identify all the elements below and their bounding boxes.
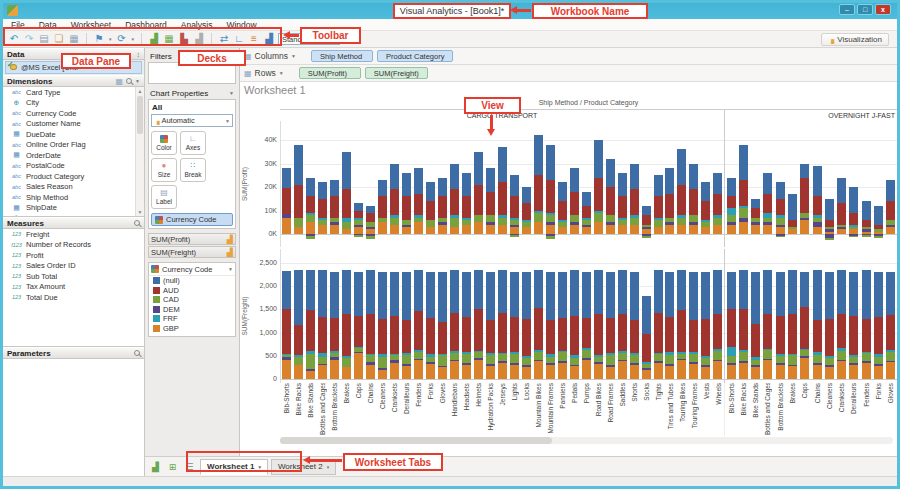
parameters-header[interactable]: Parameters [3, 347, 144, 359]
bar[interactable] [652, 121, 664, 247]
bar[interactable] [664, 121, 676, 247]
mark-type-select[interactable]: ▗ Automatic ▼ [151, 114, 233, 127]
bar[interactable] [676, 249, 688, 383]
axes-button[interactable]: ∟Axes [180, 131, 206, 155]
legend-entry[interactable]: (null) [149, 276, 235, 286]
bar[interactable] [860, 121, 872, 247]
chart-properties-header[interactable]: Chart Properties ▼ [148, 87, 236, 99]
bar[interactable] [712, 121, 724, 247]
bar[interactable] [592, 249, 604, 383]
bar[interactable] [556, 249, 568, 383]
bar[interactable] [836, 121, 848, 247]
minimize-button[interactable]: – [839, 4, 855, 15]
chevron-down-icon[interactable]: ▼ [279, 70, 284, 76]
maximize-button[interactable]: □ [857, 4, 873, 15]
bar[interactable] [799, 249, 811, 383]
search-icon[interactable] [126, 78, 132, 84]
bar[interactable] [508, 121, 520, 247]
legend-entry[interactable]: DEM [149, 305, 235, 315]
pin-icon[interactable]: ↕ [137, 51, 141, 58]
scroll-up-icon[interactable]: ▲ [136, 88, 144, 94]
scroll-down-icon[interactable]: ▼ [136, 209, 144, 215]
bar[interactable] [848, 249, 860, 383]
table-icon[interactable]: ▦ [115, 77, 123, 86]
bar[interactable] [737, 249, 749, 383]
bar[interactable] [425, 121, 437, 247]
bar[interactable] [786, 249, 798, 383]
bar[interactable] [750, 249, 762, 383]
bar[interactable] [556, 121, 568, 247]
chevron-down-icon[interactable]: ▼ [291, 53, 296, 59]
bar[interactable] [823, 249, 835, 383]
bar[interactable] [461, 121, 473, 247]
bar[interactable] [496, 121, 508, 247]
bar[interactable] [750, 121, 762, 247]
dimension-field[interactable]: abcCurrency Code [3, 108, 144, 119]
bar[interactable] [413, 249, 425, 383]
bar[interactable] [425, 249, 437, 383]
bar[interactable] [293, 249, 305, 383]
measure-field[interactable]: 123Sales Order ID [3, 261, 144, 272]
bar[interactable] [700, 249, 712, 383]
bar[interactable] [676, 121, 688, 247]
dimension-field[interactable]: abcProduct Category [3, 171, 144, 182]
bar[interactable] [401, 249, 413, 383]
bar[interactable] [401, 121, 413, 247]
measure-field[interactable]: 123Profit [3, 250, 144, 261]
bar[interactable] [377, 249, 389, 383]
bar[interactable] [413, 121, 425, 247]
bar[interactable] [652, 249, 664, 383]
columns-pill[interactable]: Ship Method [311, 50, 373, 62]
bar[interactable] [604, 249, 616, 383]
bar[interactable] [616, 249, 628, 383]
bar[interactable] [664, 249, 676, 383]
bar[interactable] [353, 121, 365, 247]
new-dashboard-icon[interactable]: ⊞ [166, 462, 179, 472]
bar[interactable] [774, 121, 786, 247]
bar[interactable] [317, 249, 329, 383]
dimension-field[interactable]: ▦OrderDate [3, 150, 144, 161]
rows-shelf[interactable]: ▦ Rows ▼ SUM(Profit)SUM(Freight) [240, 65, 897, 82]
bar[interactable] [604, 121, 616, 247]
bar[interactable] [885, 249, 897, 383]
bar[interactable] [811, 249, 823, 383]
bar[interactable] [317, 121, 329, 247]
measures-header[interactable]: Measures [3, 217, 144, 229]
bar[interactable] [281, 121, 293, 247]
rows-pill[interactable]: SUM(Profit) [299, 67, 361, 79]
bar[interactable] [568, 249, 580, 383]
rows-pill[interactable]: SUM(Freight) [365, 67, 428, 79]
legend-header[interactable]: Currency Code ▼ [149, 263, 235, 276]
chevron-down-icon[interactable]: ▼ [228, 266, 233, 272]
bar[interactable] [532, 249, 544, 383]
measure-field[interactable]: 123Sub Total [3, 271, 144, 282]
bar[interactable] [616, 121, 628, 247]
bar[interactable] [725, 121, 737, 247]
bar[interactable] [508, 249, 520, 383]
bar[interactable] [640, 249, 652, 383]
bar[interactable] [365, 121, 377, 247]
dimension-field[interactable]: ▦DueDate [3, 129, 144, 140]
search-icon[interactable] [134, 220, 140, 226]
bar[interactable] [860, 249, 872, 383]
bar[interactable] [437, 121, 449, 247]
bar[interactable] [568, 121, 580, 247]
bar[interactable] [305, 249, 317, 383]
bar[interactable] [329, 249, 341, 383]
dimension-field[interactable]: abcShip Method [3, 192, 144, 203]
bar[interactable] [520, 249, 532, 383]
label-button[interactable]: ▤Label [151, 185, 177, 209]
bar[interactable] [640, 121, 652, 247]
bar[interactable] [836, 249, 848, 383]
bar[interactable] [353, 249, 365, 383]
bar[interactable] [592, 121, 604, 247]
measure-field[interactable]: f123Number of Records [3, 240, 144, 251]
bar[interactable] [774, 249, 786, 383]
legend-entry[interactable]: FRF [149, 314, 235, 324]
close-button[interactable]: x [875, 4, 891, 15]
measure-field[interactable]: 123Total Due [3, 292, 144, 303]
new-worksheet-icon[interactable]: ▟ [149, 462, 162, 472]
bar[interactable] [293, 121, 305, 247]
bar[interactable] [544, 121, 556, 247]
chevron-down-icon[interactable]: ▼ [135, 78, 140, 84]
